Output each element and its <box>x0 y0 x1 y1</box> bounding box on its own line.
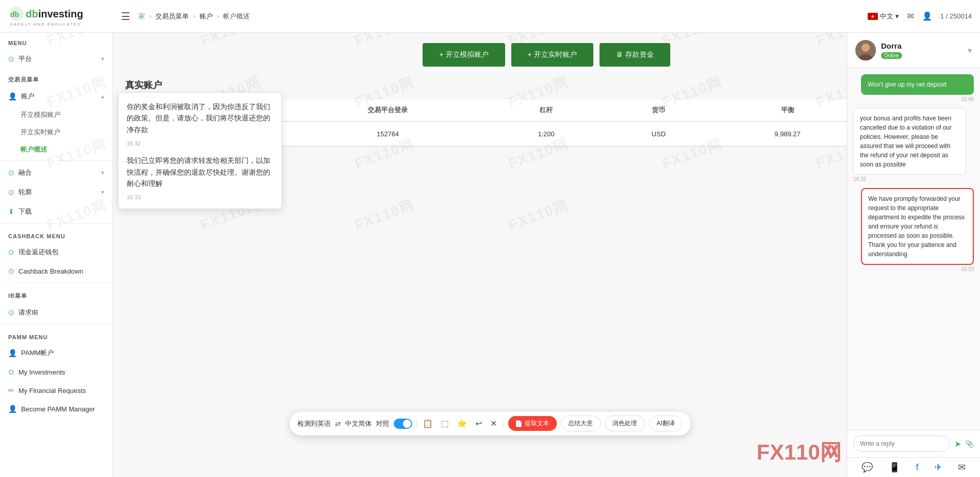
chevron-down-icon: ▾ <box>101 55 104 63</box>
nav-count: 1 / 250014 <box>941 12 972 20</box>
chat-bubble-3: We have promptly forwarded your request … <box>861 188 974 265</box>
sidebar-menu-label: Menu <box>0 33 112 49</box>
translation-toolbar: 检测到英语 ⇄ 中文简体 对照 📋 ⬚ ⭐ ↩ ✕ 📄 提取文本 总结大意 润色… <box>289 411 691 436</box>
hamburger-btn[interactable]: ☰ <box>121 10 130 23</box>
sidebar-item-my-investments[interactable]: ⊙ My Investments <box>0 363 112 381</box>
become-pamm-icon: 👤 <box>8 405 17 413</box>
user-icon[interactable]: 👤 <box>922 11 932 21</box>
ai-translate-button[interactable]: AI翻译 <box>649 416 682 431</box>
chat-message-2: your bonus and profits have been cancell… <box>853 108 974 182</box>
sidebar-sub-open-demo[interactable]: 开立模拟账户 <box>0 106 112 123</box>
chat-msg-text-2: your bonus and profits have been cancell… <box>860 115 952 168</box>
refresh-icon[interactable]: ↩ <box>473 418 484 429</box>
sidebar-download-label: 下载 <box>18 207 32 216</box>
polish-button[interactable]: 润色处理 <box>605 416 645 431</box>
contrast-label: 对照 <box>376 419 389 428</box>
accounts-section-title: 真实账户 <box>125 79 968 91</box>
col-login: 交易平台登录 <box>288 99 488 121</box>
chat-msg-time-3: 16:33 <box>853 266 974 272</box>
nav-home[interactable]: 家 <box>138 12 145 21</box>
ib-icon: ⊙ <box>8 308 14 317</box>
sep1: › <box>149 12 151 20</box>
email-share-icon[interactable]: ✉ <box>958 462 966 473</box>
action-buttons-row: + 开立模拟账户 + 开立实时账户 🖥 存款资金 <box>125 43 968 67</box>
logo-text: dbinvesting <box>26 8 83 20</box>
language-selector[interactable]: ★ 中文 ▾ <box>868 12 899 21</box>
send-icon[interactable]: ➤ <box>954 439 961 449</box>
toolbar-divider-1 <box>416 419 416 429</box>
pamm-icon: 👤 <box>8 349 17 357</box>
chinese-time-2: 16:33 <box>127 194 273 200</box>
extract-text-button[interactable]: 📄 提取文本 <box>508 416 556 431</box>
sidebar-wallet-label: 现金返还钱包 <box>18 247 58 257</box>
svg-text:db: db <box>10 10 19 18</box>
sidebar-pamm-section: PAMM MENU <box>0 327 112 343</box>
close-icon[interactable]: ✕ <box>488 418 499 429</box>
chat-input-area: ➤ 📎 <box>847 430 980 457</box>
open-demo-button[interactable]: + 开立模拟账户 <box>423 43 505 67</box>
facebook-icon[interactable]: f <box>916 462 918 473</box>
sidebar-sub-open-real[interactable]: 开立实时账户 <box>0 123 112 141</box>
copy-icon[interactable]: 📋 <box>421 418 435 429</box>
sidebar-sub-account-overview[interactable]: 帐户概述 <box>0 141 112 158</box>
sidebar-item-carousel[interactable]: ⊙ 轮廓 ▾ <box>0 182 112 202</box>
sidebar-account-label: 账户 <box>21 92 34 101</box>
chat-user-info: Dorra Online <box>881 42 963 59</box>
chevron-down-icon: ▾ <box>101 169 104 176</box>
sidebar-item-cashback-wallet[interactable]: ⊙ 现金返还钱包 <box>0 242 112 262</box>
sep3: › <box>217 12 219 20</box>
chat-share-icons: 💬 📱 f ✈ ✉ <box>847 457 980 477</box>
sidebar-item-account[interactable]: 👤 账户 ▴ <box>0 87 112 106</box>
cashback-icon: ⊙ <box>8 169 14 177</box>
sidebar-item-become-pamm[interactable]: 👤 Become PAMM Manager <box>0 400 112 418</box>
wallet-icon: ⊙ <box>8 248 14 256</box>
chat-user-name: Dorra <box>881 42 963 50</box>
sidebar-platform-label: 平台 <box>18 54 32 64</box>
contrast-toggle[interactable] <box>393 419 412 429</box>
online-badge: Online <box>881 52 902 59</box>
chat-messages: Won't give up my net deposit 15:46 your … <box>847 68 980 430</box>
chat-msg-text-3: We have promptly forwarded your request … <box>868 195 965 258</box>
sidebar-item-pamm-accounts[interactable]: 👤 PAMM帐户 <box>0 343 112 363</box>
whatsapp-icon[interactable]: 📱 <box>889 462 900 473</box>
attach-icon[interactable]: 📎 <box>965 440 974 448</box>
chinese-msg-1: 你的奖金和利润被取消了，因为你违反了我们的政策。但是，请放心，我们将尽快退还您的… <box>127 101 273 135</box>
sidebar-item-financial-requests[interactable]: ✏ My Financial Requests <box>0 381 112 400</box>
sidebar: Menu ⊙ 平台 ▾ 交易员菜单 👤 账户 ▴ 开立模拟账户 开立实时账户 帐… <box>0 33 113 477</box>
toggle-dot <box>403 420 411 428</box>
logo-prefix: db <box>26 8 38 19</box>
star-icon[interactable]: ⭐ <box>455 418 469 429</box>
chinese-msg-2: 我们已立即将您的请求转发给相关部门，以加快流程，并确保您的退款尽快处理。谢谢您的… <box>127 155 273 189</box>
sep2: › <box>193 12 195 20</box>
chinese-time-1: 16:32 <box>127 140 273 147</box>
logo: db dbinvesting SAFELY AND REGULATED <box>8 6 83 27</box>
share-whatsapp-icon[interactable]: 💬 <box>862 462 873 473</box>
chat-input[interactable] <box>853 435 950 452</box>
sidebar-item-request-ib[interactable]: ⊙ 请求IB <box>0 303 112 322</box>
target-lang-label: 中文简体 <box>345 419 372 428</box>
sidebar-item-download[interactable]: ⬇ 下载 <box>0 202 112 221</box>
chat-panel: Dorra Online ▾ Won't give up my net depo… <box>847 33 980 477</box>
chinese-chat-panel: 你的奖金和利润被取消了，因为你违反了我们的政策。但是，请放心，我们将尽快退还您的… <box>118 92 282 209</box>
chat-bubble-2: your bonus and profits have been cancell… <box>853 108 966 175</box>
nav-right: ★ 中文 ▾ ✉ 👤 1 / 250014 <box>868 11 972 21</box>
svg-point-3 <box>862 44 870 52</box>
open-real-button[interactable]: + 开立实时账户 <box>511 43 593 67</box>
chat-msg-text-1: Won't give up my net deposit <box>868 81 947 88</box>
telegram-icon[interactable]: ✈ <box>934 462 942 473</box>
carousel-icon: ⊙ <box>8 188 14 196</box>
avatar <box>855 40 876 60</box>
lang-label: 中文 <box>880 12 893 21</box>
sidebar-item-cashback-breakdown[interactable]: ⊙ Cashback Breakdown <box>0 262 112 280</box>
sidebar-become-pamm-label: Become PAMM Manager <box>21 405 95 413</box>
deposit-button[interactable]: 🖥 存款资金 <box>599 43 670 67</box>
chat-expand-icon[interactable]: ▾ <box>968 46 972 55</box>
toolbar-divider-2 <box>503 419 504 429</box>
sidebar-divider-2 <box>0 223 112 224</box>
email-icon[interactable]: ✉ <box>907 11 914 21</box>
fullscreen-icon[interactable]: ⬚ <box>439 418 451 429</box>
sidebar-item-platform[interactable]: ⊙ 平台 ▾ <box>0 49 112 69</box>
sidebar-item-cashback[interactable]: ⊙ 融合 ▾ <box>0 163 112 182</box>
sidebar-divider-3 <box>0 282 112 283</box>
summarize-button[interactable]: 总结大意 <box>561 416 601 431</box>
